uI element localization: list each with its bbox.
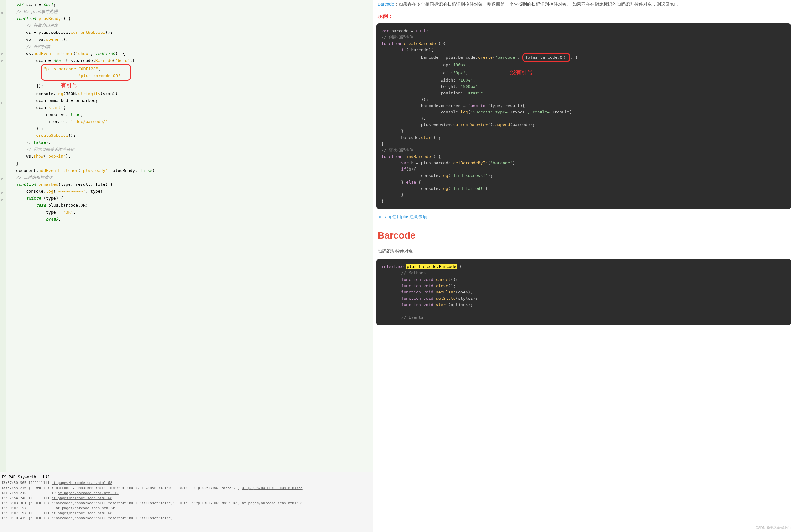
console-source-link[interactable]: at pages/barcode_scan.html:49 (58, 491, 118, 495)
fold-icon[interactable]: ⊟ (1, 177, 3, 181)
console-source-link[interactable]: at pages/barcode_scan.html:68 (52, 511, 112, 515)
watermark: CSDN @无名前端小白 (756, 525, 791, 530)
console-source-link[interactable]: at pages/barcode_scan.html:35 (242, 501, 303, 505)
console-line: 13:37:53.210 {"IDENTITY":"barcode","onma… (1, 486, 372, 491)
console-line: 13:39:07.197 1111111111 at pages/barcode… (1, 511, 372, 516)
console-panel[interactable]: ES_PAD_Skyworth - HA1.. 13:37:50.565 111… (0, 472, 373, 532)
fold-icon[interactable]: ⊟ (1, 198, 3, 202)
code-example-2[interactable]: interface plus.barcode.Barcode { // Meth… (376, 259, 791, 325)
console-source-link[interactable]: at pages/barcode_scan.html:68 (52, 496, 112, 500)
example-heading: 示例： (378, 13, 791, 20)
documentation-panel[interactable]: Barcode：如果存在多个相同标识的扫码识别控件对象，则返回第一个查找到的扫码… (373, 0, 794, 532)
doc-intro-text: ：如果存在多个相同标识的扫码识别控件对象，则返回第一个查找到的扫码识别控件对象。… (394, 2, 681, 7)
console-device-title: ES_PAD_Skyworth - HA1.. (1, 474, 372, 480)
barcode-desc: 扫码识别控件对象 (376, 247, 791, 255)
fold-icon[interactable]: ⊟ (1, 191, 3, 195)
code-example-1[interactable]: var barcode = null; // 创建扫码控件 function c… (376, 23, 791, 209)
console-line: 13:37:54.246 1111111111 at pages/barcode… (1, 496, 372, 501)
console-line: 13:37:54.245 ~~~~~~~~~~ 10 at pages/barc… (1, 491, 372, 496)
console-line: 13:37:50.565 1111111111 at pages/barcode… (1, 480, 372, 486)
fold-icon[interactable]: ⊟ (1, 101, 3, 104)
code-editor[interactable]: ⊟ ⊟ ⊟ ⊟ ⊟ ⊟ ⊟ var scan = null; // H5 plu… (0, 0, 373, 472)
uniapp-link[interactable]: uni-app使用plus注意事项 (378, 214, 427, 219)
console-line: 13:38:03.361 {"IDENTITY":"barcode","onma… (1, 501, 372, 506)
barcode-heading: Barcode (378, 230, 791, 241)
fold-icon[interactable]: ⊟ (1, 59, 3, 63)
barcode-link[interactable]: Barcode (378, 2, 394, 7)
console-line: 13:39:07.157 ~~~~~~~~~~ 0 at pages/barco… (1, 506, 372, 511)
fold-icon[interactable]: ⊟ (1, 11, 3, 14)
editor-code[interactable]: var scan = null; // H5 plus事件处理 function… (6, 1, 373, 223)
console-source-link[interactable]: at pages/barcode_scan.html:68 (52, 481, 112, 485)
console-source-link[interactable]: at pages/barcode_scan.html:49 (56, 506, 116, 510)
console-line: 13:39:10.419 {"IDENTITY":"barcode","onma… (1, 516, 372, 521)
left-panel: ⊟ ⊟ ⊟ ⊟ ⊟ ⊟ ⊟ var scan = null; // H5 plu… (0, 0, 373, 532)
console-source-link[interactable]: at pages/barcode_scan.html:35 (242, 486, 303, 490)
doc-intro: Barcode：如果存在多个相同标识的扫码识别控件对象，则返回第一个查找到的扫码… (376, 0, 791, 8)
editor-gutter: ⊟ ⊟ ⊟ ⊟ ⊟ ⊟ ⊟ (0, 0, 6, 472)
fold-icon[interactable]: ⊟ (1, 53, 3, 56)
